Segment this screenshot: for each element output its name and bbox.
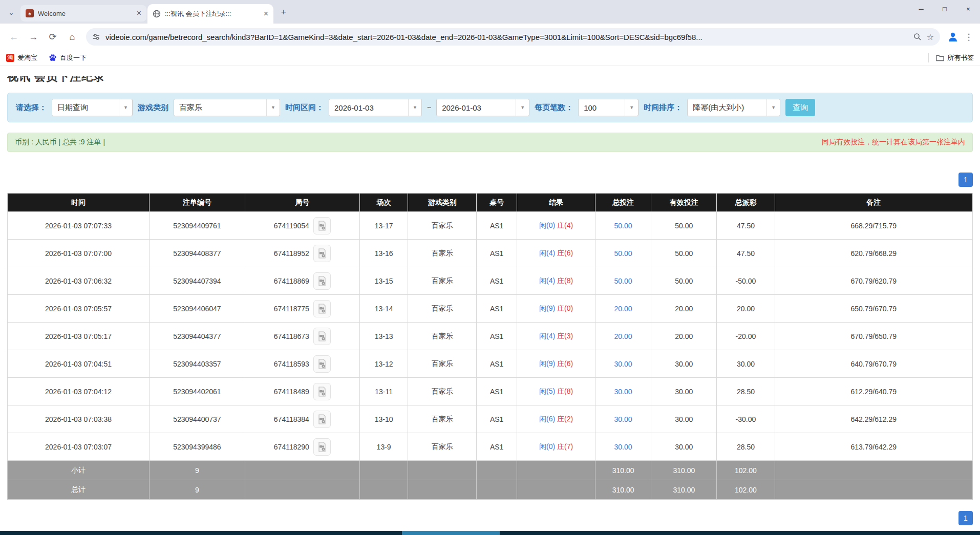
video-replay-button[interactable] <box>313 328 331 345</box>
filter-bar: 请选择： 日期查询 ▼ 游戏类别 百家乐 ▼ 时间区间： 2026-01-03 … <box>7 93 973 122</box>
col-payout: 总派彩 <box>717 194 775 212</box>
cell-total-bet: 20.00 <box>595 323 651 350</box>
chevron-down-icon[interactable]: ▼ <box>625 99 638 116</box>
total-bet-link[interactable]: 50.00 <box>614 222 632 230</box>
banker-result: 庄(8) <box>557 387 573 395</box>
subtotal-payout: 102.00 <box>717 461 775 480</box>
total-label: 总计 <box>8 480 150 500</box>
chevron-down-icon[interactable]: ▼ <box>408 99 421 116</box>
chevron-down-icon[interactable]: ▼ <box>266 99 280 116</box>
bookmark-star-icon[interactable]: ☆ <box>927 32 934 42</box>
video-replay-button[interactable] <box>313 300 331 317</box>
cell-payout: 20.00 <box>717 295 775 323</box>
cell-time: 2026-01-03 07:07:33 <box>8 212 150 240</box>
bottom-scrollbar[interactable] <box>0 531 980 535</box>
col-game-kind: 游戏类别 <box>408 194 477 212</box>
close-button[interactable]: × <box>956 0 980 17</box>
maximize-button[interactable]: □ <box>933 0 956 17</box>
tab-close-icon[interactable]: × <box>264 9 268 18</box>
total-bet-link[interactable]: 50.00 <box>614 249 632 258</box>
cell-session: 13-12 <box>360 350 408 378</box>
video-replay-button[interactable] <box>313 383 331 400</box>
cell-table-no: AS1 <box>477 323 517 350</box>
query-type-select[interactable]: 日期查询 ▼ <box>52 99 133 116</box>
banker-result: 庄(6) <box>557 249 573 257</box>
minimize-button[interactable]: ─ <box>909 0 933 17</box>
sort-label: 时间排序： <box>644 103 682 113</box>
total-bet-link[interactable]: 20.00 <box>614 332 632 340</box>
zoom-icon[interactable] <box>913 33 922 41</box>
video-replay-button[interactable] <box>313 411 331 428</box>
total-bet-link[interactable]: 20.00 <box>614 305 632 313</box>
chevron-down-icon[interactable]: ▼ <box>766 99 780 116</box>
browser-toolbar: ← → ⟳ ⌂ videoie.com/game/betrecord_searc… <box>0 24 980 50</box>
cell-table-no: AS1 <box>477 212 517 240</box>
url-text[interactable]: videoie.com/game/betrecord_search/kind3?… <box>105 33 908 41</box>
cell-valid-bet: 30.00 <box>651 433 717 461</box>
cell-table-no: AS1 <box>477 405 517 433</box>
banker-result: 庄(8) <box>557 276 573 285</box>
cell-time: 2026-01-03 07:07:00 <box>8 240 150 267</box>
search-button[interactable]: 查询 <box>785 99 815 116</box>
cell-valid-bet: 30.00 <box>651 378 717 405</box>
video-replay-button[interactable] <box>313 438 331 456</box>
time-range-label: 时间区间： <box>285 103 324 113</box>
page-number-button[interactable]: 1 <box>958 173 973 187</box>
total-bet-link[interactable]: 30.00 <box>614 415 632 423</box>
col-result: 结果 <box>517 194 595 212</box>
cell-payout: 28.50 <box>717 433 775 461</box>
round-id-text: 674118952 <box>274 249 309 258</box>
cell-table-no: AS1 <box>477 378 517 405</box>
profile-avatar-icon[interactable] <box>945 29 961 45</box>
cell-game-kind: 百家乐 <box>408 323 477 350</box>
date-end-select[interactable]: 2026-01-03 ▼ <box>436 99 529 116</box>
cell-valid-bet: 20.00 <box>651 295 717 323</box>
tilde-separator: ~ <box>427 103 431 112</box>
game-kind-label: 游戏类别 <box>138 103 168 113</box>
cell-total-bet: 30.00 <box>595 350 651 378</box>
chevron-down-icon[interactable]: ▼ <box>516 99 529 116</box>
tab-close-icon[interactable]: × <box>137 9 141 18</box>
bookmark-baidu[interactable]: 百度一下 <box>49 53 87 62</box>
cell-game-kind: 百家乐 <box>408 267 477 295</box>
forward-icon[interactable]: → <box>25 28 42 46</box>
cell-game-kind: 百家乐 <box>408 433 477 461</box>
bookmark-taobao[interactable]: 淘 爱淘宝 <box>6 53 37 62</box>
date-end-value: 2026-01-03 <box>437 99 514 116</box>
game-kind-select[interactable]: 百家乐 ▼ <box>174 99 280 116</box>
back-icon[interactable]: ← <box>5 28 23 46</box>
video-replay-button[interactable] <box>313 272 331 290</box>
home-icon[interactable]: ⌂ <box>63 28 81 46</box>
cell-round-id: 674118290 <box>245 433 359 461</box>
date-start-select[interactable]: 2026-01-03 ▼ <box>329 99 422 116</box>
banker-result: 庄(0) <box>557 304 573 312</box>
refresh-icon[interactable]: ⟳ <box>44 28 61 46</box>
tab-betrecord[interactable]: :::视讯 会员下注纪录::: × <box>147 4 273 24</box>
video-replay-button[interactable] <box>313 355 331 373</box>
total-bet-link[interactable]: 30.00 <box>614 360 632 368</box>
per-page-select[interactable]: 100 ▼ <box>578 99 638 116</box>
address-bar[interactable]: videoie.com/game/betrecord_search/kind3?… <box>86 28 940 46</box>
cell-table-no: AS1 <box>477 350 517 378</box>
sort-select[interactable]: 降幂(由大到小) ▼ <box>687 99 780 116</box>
site-settings-icon[interactable] <box>92 33 100 41</box>
video-replay-button[interactable] <box>313 217 331 234</box>
video-replay-button[interactable] <box>313 245 331 262</box>
total-bet-link[interactable]: 30.00 <box>614 388 632 396</box>
all-bookmarks-button[interactable]: 所有书签 <box>928 53 974 62</box>
total-bet-link[interactable]: 30.00 <box>614 443 632 451</box>
cell-valid-bet: 30.00 <box>651 350 717 378</box>
page-number-button[interactable]: 1 <box>958 511 973 525</box>
sort-value: 降幂(由大到小) <box>688 99 764 116</box>
browser-menu-icon[interactable]: ⋮ <box>963 32 975 42</box>
scrollbar-thumb[interactable] <box>402 531 500 535</box>
total-bet-link[interactable]: 50.00 <box>614 277 632 285</box>
tab-search-button[interactable]: ⌄ <box>4 5 18 19</box>
tab-welcome[interactable]: ♠ Welcome × <box>20 5 146 22</box>
subtotal-total-bet: 310.00 <box>595 461 651 480</box>
cell-valid-bet: 50.00 <box>651 240 717 267</box>
col-session: 场次 <box>360 194 408 212</box>
page-content: 视讯 会员下注纪录 请选择： 日期查询 ▼ 游戏类别 百家乐 ▼ 时间区间： 2… <box>0 76 980 525</box>
chevron-down-icon[interactable]: ▼ <box>119 99 132 116</box>
new-tab-button[interactable]: + <box>276 5 291 19</box>
